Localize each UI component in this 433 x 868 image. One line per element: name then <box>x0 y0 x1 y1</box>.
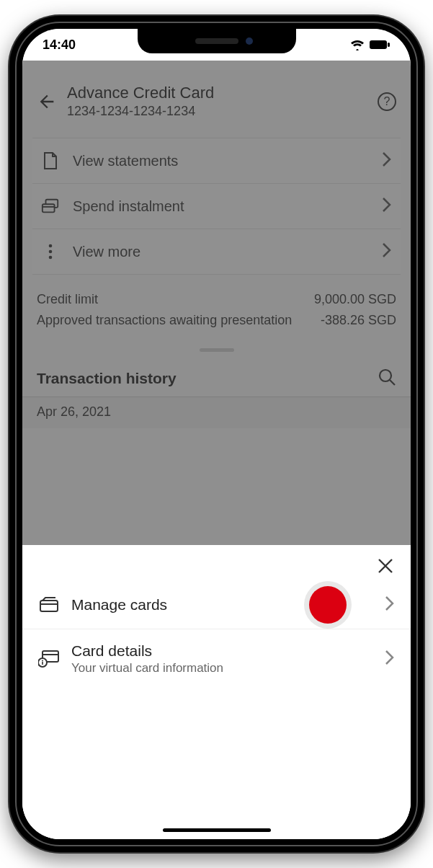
sheet-item-card-details[interactable]: Card details Your virtual card informati… <box>22 629 411 688</box>
header-text: Advance Credit Card 1234-1234-1234-1234 <box>67 84 367 119</box>
sheet-item-sub: Your virtual card information <box>71 661 373 676</box>
sheet-drag-handle[interactable] <box>200 348 234 352</box>
balance-value: 9,000.00 SGD <box>314 292 396 307</box>
attention-indicator <box>304 581 352 629</box>
status-time: 14:40 <box>43 37 76 53</box>
device-notch <box>138 29 296 53</box>
back-arrow-icon[interactable] <box>37 92 57 112</box>
transaction-history-title: Transaction history <box>37 370 177 387</box>
svg-rect-0 <box>370 40 387 49</box>
front-camera <box>246 37 253 45</box>
search-icon[interactable] <box>378 368 396 389</box>
balance-label: Credit limit <box>37 292 314 307</box>
chevron-right-icon <box>382 197 392 216</box>
sheet-item-label: Card details <box>71 642 373 660</box>
balance-row-pending: Approved transactions awaiting presentat… <box>37 313 396 328</box>
svg-rect-16 <box>42 662 43 665</box>
help-icon[interactable]: ? <box>378 92 396 111</box>
close-icon[interactable] <box>375 555 396 577</box>
svg-point-15 <box>42 660 43 662</box>
action-label: Spend instalment <box>73 198 369 215</box>
wifi-icon <box>350 39 365 50</box>
balance-row-credit-limit: Credit limit 9,000.00 SGD <box>37 292 396 307</box>
cards-stack-icon <box>41 197 60 216</box>
action-label: View more <box>73 244 369 260</box>
screen: 14:40 Advance Credit Card 1234-1234-1234… <box>22 29 411 839</box>
svg-point-5 <box>49 244 53 248</box>
balance-label: Approved transactions awaiting presentat… <box>37 313 321 328</box>
help-glyph: ? <box>384 95 390 108</box>
quick-actions-list: View statements Spend instalment <box>22 138 411 275</box>
action-view-more[interactable]: View more <box>32 229 401 275</box>
action-spend-instalment[interactable]: Spend instalment <box>32 183 401 229</box>
page-content: Advance Credit Card 1234-1234-1234-1234 … <box>22 61 411 839</box>
home-indicator[interactable] <box>163 828 271 832</box>
card-number: 1234-1234-1234-1234 <box>67 104 367 119</box>
transaction-date-group: Apr 26, 2021 <box>22 397 411 428</box>
svg-point-8 <box>380 370 391 381</box>
card-info-icon <box>38 648 60 670</box>
page-title: Advance Credit Card <box>67 84 367 102</box>
svg-rect-3 <box>43 204 55 212</box>
phone-frame: 14:40 Advance Credit Card 1234-1234-1234… <box>9 16 424 852</box>
sheet-item-manage-cards[interactable]: Manage cards <box>22 581 411 629</box>
svg-rect-1 <box>388 43 390 47</box>
action-label: View statements <box>73 153 369 169</box>
sheet-item-text: Card details Your virtual card informati… <box>71 642 373 676</box>
chevron-right-icon <box>382 242 392 261</box>
more-vertical-icon <box>41 242 60 261</box>
chevron-right-icon <box>382 151 392 170</box>
battery-icon <box>369 40 390 50</box>
svg-point-7 <box>49 256 53 260</box>
svg-point-6 <box>49 250 53 254</box>
chevron-right-icon <box>385 650 395 668</box>
transaction-history-header: Transaction history <box>22 358 411 397</box>
sheet-list: Manage cards Ca <box>22 545 411 688</box>
status-icons <box>350 39 390 50</box>
chevron-right-icon <box>385 595 395 614</box>
bottom-sheet: Manage cards Ca <box>22 545 411 839</box>
page-header: Advance Credit Card 1234-1234-1234-1234 … <box>22 61 411 133</box>
speaker-slot <box>195 38 238 44</box>
red-dot-icon <box>309 586 347 624</box>
balance-value: -388.26 SGD <box>321 313 396 328</box>
document-icon <box>41 151 60 170</box>
svg-rect-10 <box>40 601 58 611</box>
wallet-icon <box>38 594 60 616</box>
svg-line-9 <box>390 380 395 385</box>
action-view-statements[interactable]: View statements <box>32 138 401 183</box>
balance-block: Credit limit 9,000.00 SGD Approved trans… <box>22 275 411 341</box>
